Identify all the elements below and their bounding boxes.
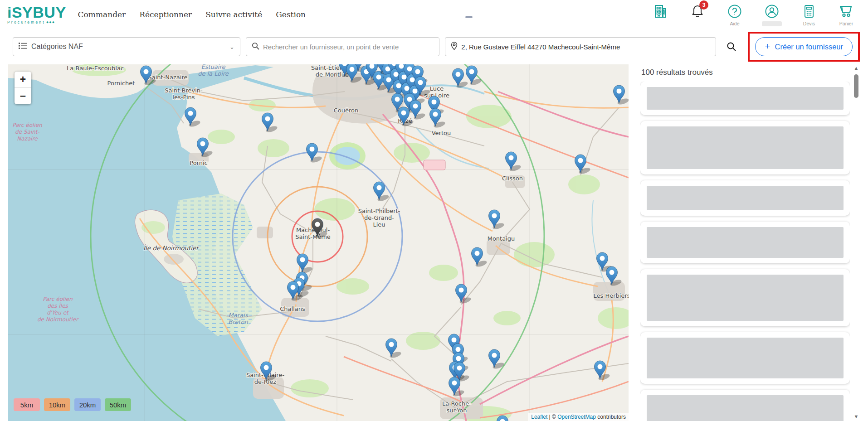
profile-button[interactable] bbox=[760, 3, 784, 26]
pin-dot bbox=[578, 158, 583, 163]
user-label-redacted bbox=[762, 21, 782, 26]
cart-icon bbox=[838, 3, 855, 19]
cart-button[interactable]: Panier bbox=[834, 3, 858, 26]
main-nav: Commander Réceptionner Suivre activité G… bbox=[78, 10, 306, 19]
calculator-icon bbox=[801, 3, 817, 19]
map-label: Couëron bbox=[334, 107, 359, 114]
logo-dots: ●●● bbox=[46, 20, 55, 24]
map-zoom-control: + − bbox=[15, 72, 31, 104]
pin-dot bbox=[188, 111, 193, 116]
leaflet-link[interactable]: Leaflet bbox=[531, 414, 547, 420]
scrollbar-thumb[interactable] bbox=[854, 74, 858, 98]
create-supplier-button[interactable]: + Créer un fournisseur bbox=[755, 37, 853, 56]
pin-dot bbox=[144, 69, 149, 74]
devis-label: Devis bbox=[803, 21, 815, 26]
app-logo[interactable]: iSYBUY Procurement ●●● bbox=[7, 5, 66, 24]
pin-dot bbox=[376, 75, 381, 80]
pin-dot bbox=[432, 100, 437, 105]
zoom-in-button[interactable]: + bbox=[15, 72, 31, 88]
result-card-skeleton[interactable] bbox=[640, 82, 850, 115]
map-label: Estuairede la Loire bbox=[198, 64, 229, 77]
quotes-button[interactable]: Devis bbox=[797, 3, 821, 26]
pin-dot bbox=[396, 83, 401, 88]
result-card-skeleton[interactable] bbox=[640, 390, 850, 421]
map-label: Les Herbiers bbox=[593, 292, 629, 299]
building-icon bbox=[652, 3, 668, 19]
map[interactable]: La Baule-EscoublacPornichetSaint-Nazaire… bbox=[8, 64, 629, 421]
results-scrollbar[interactable]: ▲ ▼ bbox=[853, 64, 860, 421]
chevron-down-icon: ⌄ bbox=[229, 44, 234, 50]
nav-gestion[interactable]: Gestion bbox=[276, 10, 306, 19]
pin-dot bbox=[456, 72, 461, 77]
legend-chip-20km: 20km bbox=[74, 398, 101, 411]
map-label: MaraisBreton bbox=[228, 312, 248, 325]
legend-chip-10km: 10km bbox=[44, 398, 70, 411]
a83-road-badge bbox=[424, 160, 445, 170]
pin-dot bbox=[410, 77, 415, 82]
pin-dot bbox=[300, 257, 305, 262]
pin-dot bbox=[452, 338, 457, 343]
pin-dot bbox=[405, 86, 410, 91]
map-canvas: La Baule-EscoublacPornichetSaint-Nazaire… bbox=[8, 64, 629, 421]
pin-dot bbox=[386, 77, 391, 82]
result-card-skeleton[interactable] bbox=[640, 222, 850, 263]
address-input[interactable] bbox=[461, 43, 710, 51]
pin-dot bbox=[418, 80, 423, 85]
map-lake bbox=[329, 142, 366, 169]
main-content: La Baule-EscoublacPornichetSaint-Nazaire… bbox=[0, 64, 868, 421]
scroll-down-icon[interactable]: ▼ bbox=[854, 414, 859, 420]
map-label: Vertou bbox=[432, 130, 451, 136]
scroll-up-icon[interactable]: ▲ bbox=[854, 65, 859, 72]
naf-categories-select[interactable]: Catégories NAF ⌄ bbox=[13, 37, 240, 56]
pin-dot bbox=[315, 222, 320, 227]
nav-suivre-activite[interactable]: Suivre activité bbox=[205, 10, 262, 19]
map-label: La Baule-Escoublac bbox=[67, 65, 124, 72]
skeleton-block bbox=[647, 395, 844, 421]
pin-dot bbox=[394, 72, 399, 77]
map-label: Montaigu bbox=[488, 235, 515, 242]
pin-dot bbox=[389, 342, 394, 347]
result-card-skeleton[interactable] bbox=[640, 180, 850, 216]
search-icon bbox=[252, 42, 259, 52]
pin-dot bbox=[407, 67, 412, 72]
pin-dot bbox=[402, 75, 407, 80]
map-attribution: Leaflet | © OpenStreetMap contributors bbox=[528, 413, 629, 421]
pin-dot bbox=[492, 213, 497, 218]
pin-dot bbox=[350, 67, 355, 72]
result-card-skeleton[interactable] bbox=[640, 332, 850, 384]
plus-icon: + bbox=[765, 41, 770, 52]
list-icon bbox=[19, 42, 27, 51]
pin-dot bbox=[407, 97, 412, 102]
pin-dot bbox=[291, 285, 296, 290]
results-panel: 100 résultats trouvés bbox=[629, 64, 853, 421]
legend-chip-5km: 5km bbox=[14, 398, 40, 411]
skeleton-block bbox=[647, 227, 844, 258]
organization-button[interactable] bbox=[649, 3, 672, 26]
zoom-out-button[interactable]: − bbox=[15, 88, 31, 104]
annotation-highlight-box: + Créer un fournisseur bbox=[748, 32, 860, 62]
nav-receptionner[interactable]: Réceptionner bbox=[139, 10, 192, 19]
panier-label: Panier bbox=[839, 21, 853, 26]
skeleton-block bbox=[647, 126, 844, 169]
pin-dot bbox=[433, 112, 438, 117]
map-label: Pornic bbox=[190, 160, 207, 166]
pin-dot bbox=[456, 356, 461, 361]
result-card-skeleton[interactable] bbox=[640, 269, 850, 326]
skeleton-block bbox=[647, 87, 844, 110]
legend-chip-50km: 50km bbox=[105, 398, 131, 411]
logo-text: iSYBUY bbox=[7, 5, 66, 20]
notifications-button[interactable]: 3 bbox=[686, 3, 709, 26]
result-card-skeleton[interactable] bbox=[640, 121, 850, 174]
help-button[interactable]: Aide bbox=[723, 3, 746, 26]
supplier-search-input[interactable] bbox=[263, 43, 434, 51]
skeleton-block bbox=[647, 275, 844, 321]
osm-link[interactable]: OpenStreetMap bbox=[557, 414, 596, 420]
address-field bbox=[445, 37, 716, 56]
results-count: 100 résultats trouvés bbox=[641, 68, 850, 77]
address-search-button[interactable] bbox=[722, 37, 741, 56]
nav-commander[interactable]: Commander bbox=[78, 10, 126, 19]
radius-legend: 5km10km20km50km bbox=[14, 398, 131, 411]
pin-dot bbox=[598, 364, 603, 369]
pin-dot bbox=[310, 147, 315, 152]
pin-dot bbox=[200, 141, 205, 146]
